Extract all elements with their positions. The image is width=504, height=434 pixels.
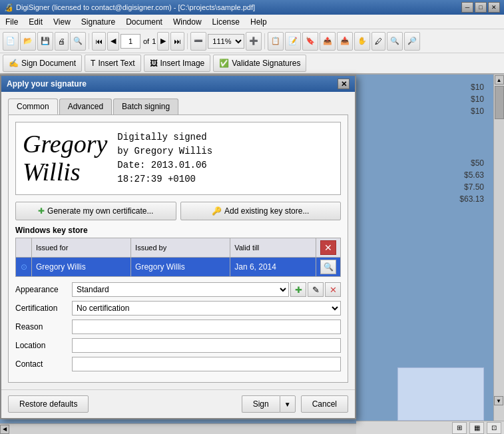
zoom-out-btn2[interactable]: 🔍: [387, 32, 403, 51]
close-button[interactable]: ✕: [488, 2, 500, 13]
zoom-fit-button[interactable]: 🔍: [70, 32, 86, 51]
menu-signature[interactable]: Signature: [76, 15, 121, 29]
reason-input[interactable]: [72, 320, 341, 334]
sign-icon: ✍: [9, 59, 19, 68]
status-btn-1[interactable]: ⊞: [452, 422, 467, 434]
insert-text-button[interactable]: T Insert Text: [85, 55, 140, 72]
apply-signature-dialog: Apply your signature ✕ Common Advanced B…: [0, 75, 356, 419]
tab-advanced[interactable]: Advanced: [59, 99, 112, 114]
title-bar-controls[interactable]: ─ □ ✕: [461, 2, 500, 13]
location-input[interactable]: [72, 338, 341, 353]
restore-defaults-button[interactable]: Restore defaults: [8, 395, 89, 413]
dialog-bottom-row: Restore defaults Sign ▼ Cancel: [1, 389, 355, 418]
col-icon: [16, 238, 32, 258]
row-valid-till: Jan 6, 2014: [230, 258, 316, 277]
print-button[interactable]: 🖨: [55, 32, 69, 51]
prev-page-button[interactable]: ◀: [107, 32, 119, 51]
location-row: Location: [15, 338, 341, 353]
edit-appearance-button[interactable]: ✎: [308, 282, 324, 297]
menu-view[interactable]: View: [48, 15, 76, 29]
zoom-in-btn2[interactable]: 🔎: [404, 32, 420, 51]
add-appearance-button[interactable]: ✚: [290, 282, 306, 297]
scroll-left-button[interactable]: ◀: [0, 425, 9, 434]
row-search-cell: 🔍: [316, 258, 341, 277]
table-row[interactable]: ⊙ Gregory Willis Gregory Willis Jan 6, 2…: [16, 258, 341, 277]
zoom-out-button[interactable]: ➖: [190, 32, 206, 51]
dialog-close-button[interactable]: ✕: [338, 79, 350, 89]
scroll-thumb[interactable]: [495, 86, 504, 119]
tool-5[interactable]: 📥: [337, 32, 353, 51]
row-issued-by: Gregory Willis: [131, 258, 230, 277]
sign-button[interactable]: Sign: [242, 395, 280, 413]
menu-window[interactable]: Window: [168, 15, 207, 29]
col-valid-till: Valid till: [230, 238, 316, 258]
contact-input[interactable]: [72, 357, 341, 371]
maximize-button[interactable]: □: [475, 2, 487, 13]
delete-appearance-button[interactable]: ✕: [325, 282, 341, 297]
status-bar: ⊞ ▦ ⊡: [356, 421, 504, 434]
sign-document-label: Sign Document: [21, 59, 76, 68]
certificate-buttons: ✚ Generate my own certificate... 🔑 Add e…: [15, 202, 341, 220]
last-page-button[interactable]: ⏭: [170, 32, 184, 51]
minimize-button[interactable]: ─: [461, 2, 473, 13]
sign-document-button[interactable]: ✍ Sign Document: [3, 55, 82, 72]
generate-certificate-button[interactable]: ✚ Generate my own certificate...: [15, 202, 176, 220]
sign-dropdown-button[interactable]: ▼: [280, 395, 296, 413]
zoom-select[interactable]: 111% 100% 75%: [208, 34, 244, 49]
status-btn-3[interactable]: ⊡: [487, 422, 501, 434]
scroll-up-button[interactable]: ▲: [495, 75, 504, 85]
menu-license[interactable]: License: [207, 15, 245, 29]
tool-2[interactable]: 📝: [285, 32, 301, 51]
tab-common[interactable]: Common: [8, 99, 58, 114]
price-3: $10: [459, 105, 484, 117]
signature-name: Gregory Willis: [23, 130, 117, 186]
tool-4[interactable]: 📤: [320, 32, 336, 51]
delete-certificate-button[interactable]: ✕: [320, 240, 336, 255]
certification-select[interactable]: No certification Certified - no changes …: [72, 301, 341, 316]
add-keystore-label: Add existing key store...: [224, 206, 309, 216]
tool-3[interactable]: 🔖: [302, 32, 318, 51]
price-6: $7.50: [459, 181, 484, 193]
certification-row: Certification No certification Certified…: [15, 301, 341, 316]
tool-1[interactable]: 📋: [268, 32, 284, 51]
toolbar-sep-3: [264, 33, 265, 49]
menu-document[interactable]: Document: [121, 15, 168, 29]
scrollbar-vertical[interactable]: ▲ ▼: [493, 75, 504, 421]
appearance-select[interactable]: Standard: [72, 282, 289, 297]
status-btn-2[interactable]: ▦: [469, 422, 484, 434]
location-label: Location: [15, 341, 72, 350]
insert-image-button[interactable]: 🖼 Insert Image: [144, 55, 211, 72]
zoom-in-button[interactable]: ➕: [246, 32, 262, 51]
validate-signatures-button[interactable]: ✅ Validate Signatures: [213, 55, 306, 72]
pdf-prices: $10 $10 $10 $50 $5.63 $7.50 $63.13: [459, 81, 484, 205]
validate-label: Validate Signatures: [232, 59, 300, 68]
menu-edit[interactable]: Edit: [23, 15, 48, 29]
sig-name-line1: Gregory: [23, 130, 107, 158]
save-button[interactable]: 💾: [37, 32, 53, 51]
first-page-button[interactable]: ⏮: [92, 32, 106, 51]
open-button[interactable]: 📂: [20, 32, 36, 51]
col-actions: ✕: [316, 238, 341, 258]
add-keystore-button[interactable]: 🔑 Add existing key store...: [180, 202, 342, 220]
view-certificate-button[interactable]: 🔍: [320, 260, 336, 274]
price-1: $10: [459, 81, 484, 93]
tab-batch-signing[interactable]: Batch signing: [113, 99, 178, 114]
image-icon: 🖼: [150, 59, 158, 68]
page-number-input[interactable]: [121, 34, 140, 49]
sig-info-line3: Date: 2013.01.06: [117, 160, 206, 170]
row-issued-for: Gregory Willis: [32, 258, 131, 277]
toolbar-sep-2: [187, 33, 188, 49]
next-page-button[interactable]: ▶: [157, 32, 169, 51]
row-radio-cell: ⊙: [16, 258, 32, 277]
dialog-body: Common Advanced Batch signing Gregory Wi…: [1, 92, 355, 389]
sig-info-line4: 18:27:39 +0100: [117, 174, 196, 184]
tool-7[interactable]: 🖊: [372, 32, 385, 51]
price-2: $10: [459, 93, 484, 105]
certification-label: Certification: [15, 304, 72, 313]
cancel-button[interactable]: Cancel: [301, 395, 348, 413]
new-button[interactable]: 📄: [3, 32, 19, 51]
tool-6[interactable]: ✋: [354, 32, 370, 51]
menu-help[interactable]: Help: [245, 15, 272, 29]
menu-file[interactable]: File: [0, 15, 23, 29]
scroll-down-button[interactable]: ▼: [494, 396, 503, 405]
